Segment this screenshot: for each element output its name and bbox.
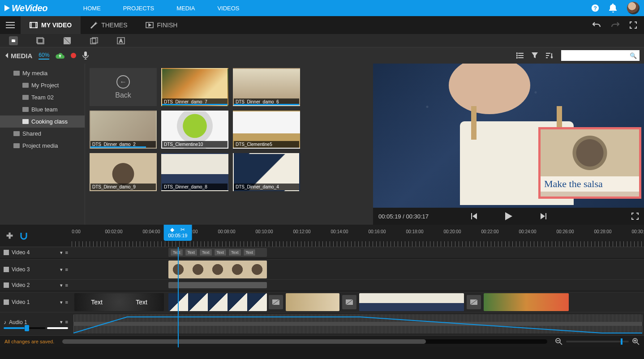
media-tab-icon[interactable] <box>9 36 18 45</box>
clip-video[interactable] <box>286 293 339 311</box>
preview-stage[interactable]: Make the salsa <box>373 64 644 208</box>
list-view-icon[interactable] <box>516 52 524 59</box>
prev-button[interactable] <box>471 213 478 220</box>
track-menu-icon[interactable]: ▾ <box>60 319 63 325</box>
audio-lane[interactable] <box>72 312 644 335</box>
clip-placeholder[interactable] <box>168 282 267 288</box>
photos-tab-icon[interactable] <box>36 36 45 45</box>
media-item[interactable]: DTS_Dinner_damo_4 <box>233 153 300 191</box>
tree-item[interactable]: Project media <box>0 140 85 152</box>
tree-item[interactable]: Team 02 <box>0 91 85 103</box>
text-chip[interactable]: Text <box>214 249 227 256</box>
media-item[interactable]: DTS_Clementine10 <box>161 111 228 149</box>
pip-thumb <box>541 129 639 176</box>
text-chip[interactable]: Text <box>228 249 241 256</box>
track-menu-icon[interactable]: ▾ <box>60 267 63 273</box>
track-lane[interactable]: TextTextTextTextTextText <box>72 247 644 258</box>
text-chip[interactable]: Text <box>185 249 198 256</box>
tree-label: Blue team <box>31 106 58 113</box>
clip-transition[interactable] <box>467 295 481 309</box>
brand-logo[interactable]: WeVideo <box>4 3 47 13</box>
track-settings-icon[interactable]: ≡ <box>65 299 68 305</box>
track-menu-icon[interactable]: ▾ <box>60 250 63 256</box>
fullscreen-button[interactable] <box>630 21 637 29</box>
timeline: ✚ 0:0000:02:0000:04:0000:06:0000:08:0000… <box>0 225 644 347</box>
tab-myvideo[interactable]: MY VIDEO <box>21 16 81 34</box>
text-chip[interactable]: Text <box>243 249 256 256</box>
track-lane[interactable] <box>72 280 644 291</box>
pip-overlay[interactable]: Make the salsa <box>538 127 641 199</box>
track-settings-icon[interactable]: ≡ <box>65 267 68 273</box>
clip-video[interactable] <box>484 293 569 311</box>
user-avatar[interactable] <box>627 2 640 14</box>
track-settings-icon[interactable]: ≡ <box>65 250 68 256</box>
hamburger-menu[interactable] <box>0 16 21 34</box>
tree-item[interactable]: My Project <box>0 79 85 91</box>
next-button[interactable] <box>540 213 547 220</box>
media-item[interactable]: DTS_Dinner_damo_7 <box>161 68 228 106</box>
clip-video[interactable] <box>359 293 464 311</box>
track-menu-icon[interactable]: ▾ <box>60 282 63 288</box>
timeline-ruler[interactable]: 0:0000:02:0000:04:0000:06:0000:08:0000:1… <box>72 225 644 247</box>
tab-themes[interactable]: THEMES <box>81 16 136 34</box>
tree-item[interactable]: Shared <box>0 128 85 140</box>
ruler-tick: 00:12:00 <box>293 229 311 234</box>
track-lane[interactable] <box>72 260 644 279</box>
preview-fullscreen-button[interactable] <box>631 213 639 220</box>
media-breadcrumb[interactable]: MEDIA <box>4 52 32 60</box>
timeline-scrollbar[interactable] <box>62 339 547 344</box>
back-button[interactable]: ←Back <box>90 68 157 106</box>
record-button[interactable] <box>71 53 76 58</box>
clip-video[interactable] <box>168 293 267 311</box>
clip-text-row[interactable]: TextTextTextTextTextText <box>168 248 267 257</box>
track-menu-icon[interactable]: ▾ <box>60 299 63 305</box>
track-lane[interactable]: TextText <box>72 292 644 312</box>
zoom-slider[interactable] <box>566 341 629 342</box>
tab-finish[interactable]: FINISH <box>137 16 187 34</box>
zoom-in-button[interactable] <box>632 338 640 345</box>
svg-point-22 <box>516 53 517 54</box>
nav-media[interactable]: MEDIA <box>176 5 195 12</box>
text-chip[interactable]: Text <box>199 249 212 256</box>
notifications-icon[interactable] <box>609 4 617 12</box>
tree-item[interactable]: Blue team <box>0 103 85 115</box>
media-item[interactable]: DTS_Dinner_damo_6 <box>233 68 300 106</box>
playhead-flag[interactable]: ◆✂ 00:05:19 <box>164 225 192 241</box>
nav-home[interactable]: HOME <box>83 5 101 12</box>
help-icon[interactable]: ? <box>591 4 599 12</box>
play-button[interactable] <box>505 212 513 221</box>
microphone-icon[interactable] <box>82 51 89 60</box>
volume-envelope[interactable] <box>73 314 644 337</box>
cloud-upload-icon[interactable] <box>56 52 64 59</box>
snap-toggle[interactable] <box>19 232 28 240</box>
upload-progress[interactable]: 60% <box>39 52 49 60</box>
media-search-input[interactable] <box>561 50 640 61</box>
add-track-button[interactable]: ✚ <box>6 231 13 241</box>
clip-transition[interactable] <box>342 295 356 309</box>
track-volume-slider[interactable] <box>4 327 68 329</box>
scissors-icon[interactable]: ✂ <box>180 227 185 233</box>
track-video2: Video 2▾≡ <box>0 280 644 292</box>
undo-button[interactable] <box>592 21 601 29</box>
media-item[interactable]: DTS_Clementine5 <box>233 111 300 149</box>
text-tab-icon[interactable]: A <box>116 36 125 45</box>
graphics-tab-icon[interactable] <box>63 36 72 45</box>
sort-icon[interactable] <box>546 52 553 59</box>
transitions-tab-icon[interactable] <box>90 36 99 45</box>
nav-projects[interactable]: PROJECTS <box>123 5 154 12</box>
clip-video[interactable] <box>168 261 267 278</box>
filter-icon[interactable] <box>532 52 538 59</box>
media-item[interactable]: DTS_Dinner_damo_9 <box>90 153 157 191</box>
tree-item-active[interactable]: Cooking class <box>0 115 85 128</box>
media-item[interactable]: DTS_Dinner_damo_2 <box>90 111 157 149</box>
track-settings-icon[interactable]: ≡ <box>65 319 68 325</box>
media-item[interactable]: DTS_Dinner_damo_8 <box>161 153 228 191</box>
nav-videos[interactable]: VIDEOS <box>217 5 239 12</box>
text-chip[interactable]: Text <box>170 249 183 256</box>
track-settings-icon[interactable]: ≡ <box>65 282 68 288</box>
clip-title-card[interactable]: TextText <box>74 293 164 311</box>
tree-item[interactable]: My media <box>0 67 85 79</box>
redo-button[interactable] <box>611 21 620 29</box>
clip-transition[interactable] <box>269 295 283 309</box>
zoom-out-button[interactable] <box>555 338 562 345</box>
